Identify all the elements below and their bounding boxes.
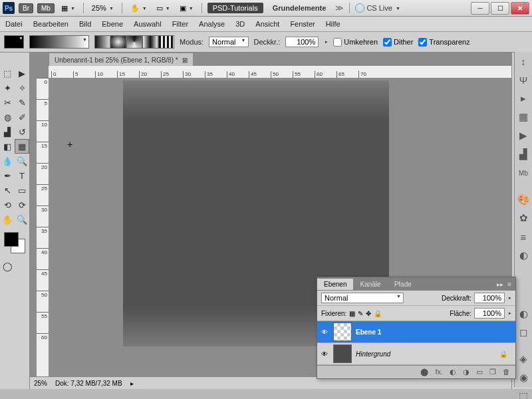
blur-tool[interactable]: 💧 xyxy=(0,154,15,168)
lock-all-icon[interactable]: 🔒 xyxy=(374,310,382,317)
minimize-button[interactable]: ─ xyxy=(471,2,489,15)
styles-icon[interactable]: ▦ xyxy=(515,108,532,126)
history-brush-tool[interactable]: ↺ xyxy=(15,124,29,139)
stamp2-icon[interactable]: ▟ xyxy=(515,145,532,164)
channels-dock-icon[interactable]: ◉ xyxy=(515,368,532,387)
quickmask-button[interactable]: ◯ xyxy=(0,259,15,273)
fill-input[interactable]: 100% xyxy=(474,308,505,319)
tab-kanaele[interactable]: Kanäle xyxy=(353,279,387,290)
dither-checkbox[interactable]: Dither xyxy=(383,38,413,47)
history-icon[interactable]: ↕ xyxy=(515,52,532,70)
reflected-gradient-button[interactable] xyxy=(142,35,158,49)
brush-icon[interactable]: ▸ xyxy=(515,89,532,108)
blend-mode-select[interactable]: Normal▼ xyxy=(209,37,248,47)
lock-transparency-icon[interactable]: ▦ xyxy=(349,310,355,317)
workspace-psd-tutorials[interactable]: PSD-Tutorials xyxy=(207,3,263,13)
info-icon[interactable]: ◐ xyxy=(515,246,532,265)
status-zoom[interactable]: 25% xyxy=(34,380,47,387)
3d-tool[interactable]: ⟲ xyxy=(0,198,15,212)
stamp-tool[interactable]: ▟ xyxy=(0,124,15,139)
crop-tool[interactable]: ✂ xyxy=(0,95,15,110)
lock-pixels-icon[interactable]: ✎ xyxy=(358,310,363,317)
tab-pfade[interactable]: Pfade xyxy=(388,279,418,290)
bridge-button[interactable]: Br xyxy=(19,3,33,13)
mask-icon[interactable]: ◐ xyxy=(450,368,456,376)
angle-gradient-button[interactable] xyxy=(126,35,142,49)
actions-icon[interactable]: Ψ xyxy=(515,70,532,89)
workspace-grundelemente[interactable]: Grundelemente xyxy=(267,3,332,13)
pen-tool[interactable]: ✒ xyxy=(0,168,15,183)
histogram-icon[interactable]: ◻ xyxy=(515,323,532,342)
layer-thumbnail[interactable] xyxy=(333,323,352,341)
delete-layer-icon[interactable]: 🗑 xyxy=(503,368,510,376)
panel-menu-icon[interactable]: ≡ xyxy=(507,281,511,288)
minibridge-button[interactable]: Mb xyxy=(37,3,55,13)
adjustment-icon[interactable]: ◑ xyxy=(463,368,469,376)
tool-preset-picker[interactable]: ▼ xyxy=(4,35,24,49)
type-tool[interactable]: T xyxy=(15,168,29,183)
mb-icon[interactable]: Mb xyxy=(515,164,532,182)
group-icon[interactable]: ▭ xyxy=(476,368,483,376)
arrange-dropdown[interactable]: ▭▼ xyxy=(154,3,173,13)
paths-dock-icon[interactable]: ⬚ xyxy=(515,387,532,399)
eyedropper-tool[interactable]: ✎ xyxy=(15,95,29,110)
eraser-tool[interactable]: ◧ xyxy=(0,139,15,154)
play-icon[interactable]: ▶ xyxy=(515,126,532,145)
panel-collapse-icon[interactable]: ▸▸ xyxy=(497,281,503,288)
menu-ebene[interactable]: Ebene xyxy=(102,20,123,28)
fx-icon[interactable]: fx. xyxy=(435,368,443,376)
link-layers-icon[interactable]: ⬤ xyxy=(420,368,428,376)
path-tool[interactable]: ↖ xyxy=(0,183,15,198)
radial-gradient-button[interactable] xyxy=(110,35,126,49)
wand-tool[interactable]: ✧ xyxy=(15,80,29,95)
gradient-picker[interactable]: ▼ xyxy=(29,35,89,49)
menu-filter[interactable]: Filter xyxy=(172,20,188,28)
move-tool[interactable]: ⬚ xyxy=(0,66,15,80)
para-icon[interactable]: ≡ xyxy=(515,227,532,246)
menu-bearbeiten[interactable]: Bearbeiten xyxy=(33,20,68,28)
new-layer-icon[interactable]: ❐ xyxy=(489,368,496,376)
shape-tool[interactable]: ▭ xyxy=(15,183,29,198)
swatches-icon[interactable]: 🎨 xyxy=(515,190,532,209)
layer-row-hintergrund[interactable]: 👁 Hintergrund 🔒 xyxy=(317,343,515,365)
lasso-tool[interactable]: ✦ xyxy=(0,80,15,95)
3d-camera-tool[interactable]: ⟳ xyxy=(15,198,29,212)
maximize-button[interactable]: ☐ xyxy=(491,2,509,15)
layer-name[interactable]: Ebene 1 xyxy=(356,329,381,336)
tab-close-icon[interactable]: ⊠ xyxy=(182,57,188,64)
brush-tool[interactable]: ✐ xyxy=(15,110,29,124)
char-icon[interactable]: ✿ xyxy=(515,209,532,227)
layers-dock-icon[interactable]: ◈ xyxy=(515,350,532,368)
view-extras-dropdown[interactable]: ▦▼ xyxy=(59,3,78,13)
gradient-tool[interactable]: ▦ xyxy=(15,139,29,154)
visibility-icon[interactable]: 👁 xyxy=(320,350,329,358)
opacity-input[interactable]: 100% xyxy=(285,37,319,47)
document-tab[interactable]: Unbenannt-1 bei 25% (Ebene 1, RGB/8) *⊠ xyxy=(49,53,194,67)
menu-ansicht[interactable]: Ansicht xyxy=(255,20,279,28)
menu-bild[interactable]: Bild xyxy=(79,20,91,28)
layer-blend-select[interactable]: Normal▼ xyxy=(321,293,404,303)
transparenz-checkbox[interactable]: Transparenz xyxy=(418,38,469,47)
layer-opacity-input[interactable]: 100% xyxy=(474,293,505,303)
layer-row-ebene1[interactable]: 👁 Ebene 1 xyxy=(317,321,515,343)
zoom-dropdown[interactable]: 25%▼ xyxy=(89,3,116,13)
linear-gradient-button[interactable] xyxy=(94,35,110,49)
zoom-tool[interactable]: 🔍 xyxy=(15,212,29,227)
layer-thumbnail[interactable] xyxy=(333,344,352,363)
dodge-tool[interactable]: 🔍 xyxy=(15,154,29,168)
screen-mode-dropdown[interactable]: ▣▼ xyxy=(177,3,196,13)
menu-auswahl[interactable]: Auswahl xyxy=(134,20,162,28)
menu-datei[interactable]: Datei xyxy=(5,20,23,28)
tab-ebenen[interactable]: Ebenen xyxy=(317,279,353,290)
cs-live-button[interactable]: CS Live▼ xyxy=(355,3,400,13)
color-swatches[interactable] xyxy=(4,232,25,253)
layer-name[interactable]: Hintergrund xyxy=(356,350,390,358)
menu-analyse[interactable]: Analyse xyxy=(199,20,225,28)
hand-tool-dropdown[interactable]: ✋▼ xyxy=(128,3,150,13)
diamond-gradient-button[interactable] xyxy=(158,35,174,49)
menu-fenster[interactable]: Fenster xyxy=(290,20,315,28)
hand-tool[interactable]: ✋ xyxy=(0,212,15,227)
umkehren-checkbox[interactable]: Umkehren xyxy=(333,38,378,47)
workspace-more-icon[interactable]: ≫ xyxy=(335,3,344,13)
nav-icon[interactable]: ◐ xyxy=(515,305,532,323)
